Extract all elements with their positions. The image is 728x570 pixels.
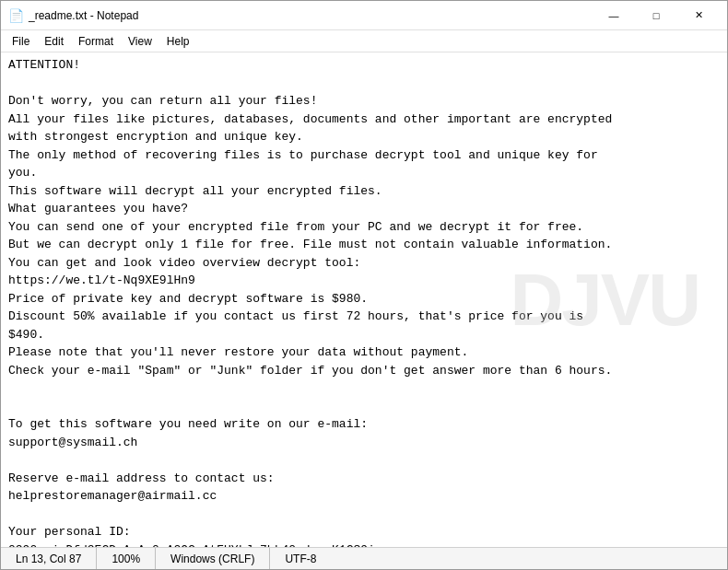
- maximize-button[interactable]: □: [635, 1, 677, 30]
- status-ln-col: Ln 13, Col 87: [1, 548, 97, 569]
- minimize-button[interactable]: —: [593, 1, 635, 30]
- status-bar: Ln 13, Col 87 100% Windows (CRLF) UTF-8: [1, 547, 727, 569]
- menu-file[interactable]: File: [5, 31, 37, 52]
- status-zoom: 100%: [97, 548, 156, 569]
- menu-bar: File Edit Format View Help: [1, 30, 727, 52]
- notepad-window: 📄 _readme.txt - Notepad — □ ✕ File Edit …: [0, 0, 728, 570]
- text-editor-area[interactable]: DJVU ATTENTION! Don't worry, you can ret…: [1, 52, 727, 547]
- menu-edit[interactable]: Edit: [37, 31, 71, 52]
- status-encoding: UTF-8: [270, 548, 331, 569]
- app-icon: 📄: [8, 8, 23, 23]
- status-line-ending: Windows (CRLF): [156, 548, 270, 569]
- title-bar: 📄 _readme.txt - Notepad — □ ✕: [1, 1, 727, 30]
- menu-format[interactable]: Format: [71, 31, 121, 52]
- document-content: ATTENTION! Don't worry, you can return a…: [8, 56, 720, 547]
- menu-view[interactable]: View: [121, 31, 159, 52]
- menu-help[interactable]: Help: [159, 31, 197, 52]
- window-controls: — □ ✕: [593, 1, 720, 30]
- window-title: _readme.txt - Notepad: [29, 9, 593, 22]
- close-button[interactable]: ✕: [677, 1, 720, 30]
